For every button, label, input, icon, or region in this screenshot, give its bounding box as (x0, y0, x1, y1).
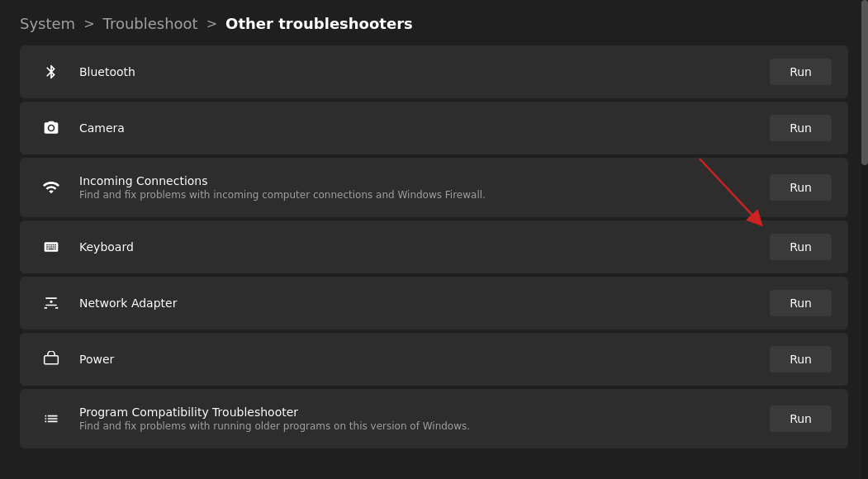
item-title: Camera (79, 121, 770, 135)
item-text: Keyboard (79, 240, 770, 254)
bluetooth-icon (36, 64, 66, 80)
item-description: Find and fix problems with incoming comp… (79, 189, 770, 201)
incoming-connections-run-button[interactable]: Run (770, 174, 832, 201)
item-title: Program Compatibility Troubleshooter (79, 405, 770, 419)
list-item: Bluetooth Run (20, 45, 848, 98)
keyboard-icon (36, 239, 66, 255)
power-icon (36, 351, 66, 368)
item-title: Keyboard (79, 240, 770, 254)
list-item: Camera Run (20, 102, 848, 154)
list-icon (36, 410, 66, 427)
item-text: Camera (79, 121, 770, 135)
camera-run-button[interactable]: Run (770, 115, 832, 141)
list-item: Program Compatibility Troubleshooter Fin… (20, 389, 848, 448)
breadcrumb-separator-2: > (206, 16, 217, 31)
breadcrumb-separator-1: > (83, 16, 94, 31)
item-title: Bluetooth (79, 65, 770, 78)
item-text: Power (79, 353, 770, 366)
network-icon (36, 295, 66, 311)
item-description: Find and fix problems with running older… (79, 420, 770, 432)
content: Bluetooth Run Camera Run Incoming Connec… (0, 45, 868, 448)
breadcrumb-system[interactable]: System (20, 15, 75, 32)
wifi-icon (36, 178, 66, 197)
bluetooth-run-button[interactable]: Run (770, 59, 832, 85)
breadcrumb-troubleshoot[interactable]: Troubleshoot (103, 15, 198, 32)
network-adapter-run-button[interactable]: Run (770, 290, 832, 316)
item-title: Network Adapter (79, 296, 770, 310)
list-item: Keyboard Run (20, 221, 848, 273)
list-item: Power Run (20, 333, 848, 386)
header: System > Troubleshoot > Other troublesho… (0, 0, 868, 45)
item-text: Network Adapter (79, 296, 770, 310)
list-item: Incoming Connections Find and fix proble… (20, 158, 848, 217)
list-item: Network Adapter Run (20, 277, 848, 330)
breadcrumb-current: Other troubleshooters (225, 15, 413, 32)
svg-rect-2 (45, 356, 59, 364)
item-title: Incoming Connections (79, 174, 770, 187)
camera-icon (36, 120, 66, 136)
item-title: Power (79, 353, 770, 366)
program-compatibility-run-button[interactable]: Run (770, 405, 832, 432)
item-text: Program Compatibility Troubleshooter Fin… (79, 405, 770, 432)
power-run-button[interactable]: Run (770, 346, 832, 372)
keyboard-run-button[interactable]: Run (770, 234, 832, 260)
item-text: Bluetooth (79, 65, 770, 78)
item-text: Incoming Connections Find and fix proble… (79, 174, 770, 201)
